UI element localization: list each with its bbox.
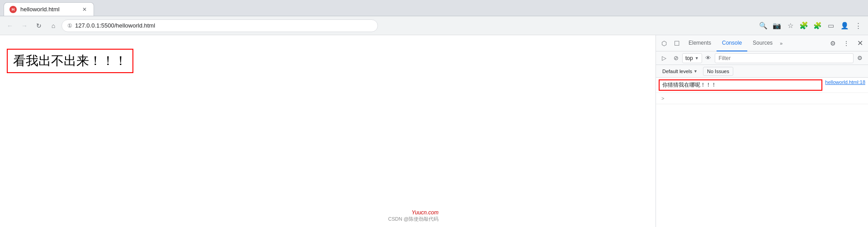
devtools-panel: ⬡ ☐ Elements Console Sources » ⚙ ⋮ ✕ xyxy=(656,35,868,227)
lock-icon: ① xyxy=(67,23,72,29)
browser-window: H helloworld.html ✕ ← → ↻ ⌂ ① 127.0.0.1:… xyxy=(0,0,868,227)
devtools-tab-settings: ⚙ ⋮ ✕ xyxy=(826,37,866,50)
tab-title: helloworld.html xyxy=(20,6,60,13)
forward-icon: → xyxy=(21,22,28,29)
console-settings-icon[interactable]: ⚙ xyxy=(854,53,865,64)
home-button[interactable]: ⌂ xyxy=(47,19,60,32)
toolbar-right: 🔍 📷 ☆ 🧩 🧩 ▭ 👤 ⋮ xyxy=(757,19,864,32)
search-button[interactable]: 🔍 xyxy=(757,19,769,32)
devtools-close-button[interactable]: ✕ xyxy=(854,37,866,50)
reload-button[interactable]: ↻ xyxy=(33,19,45,32)
default-levels-label: Default levels xyxy=(662,69,692,74)
profile-button[interactable]: 👤 xyxy=(838,19,851,32)
console-message-text: 你猜猜我在哪呢！！！ xyxy=(659,79,822,91)
eye-icon[interactable]: 👁 xyxy=(703,53,714,64)
extensions-button[interactable]: 🧩 xyxy=(811,19,824,32)
console-caret-row: > xyxy=(656,93,868,104)
devtools-settings-icon[interactable]: ⚙ xyxy=(826,37,839,50)
reload-icon: ↻ xyxy=(36,22,42,29)
screenshot-button[interactable]: 📷 xyxy=(770,19,783,32)
active-tab[interactable]: H helloworld.html ✕ xyxy=(4,2,94,16)
devtools-inspect-icon[interactable]: ⬡ xyxy=(658,37,670,50)
devtools-play-icon[interactable]: ▷ xyxy=(659,53,670,64)
top-context-selector[interactable]: top ▼ xyxy=(682,53,702,63)
address-text: 127.0.0.1:5500/helloworld.html xyxy=(75,22,372,29)
devtools-levels-bar: Default levels ▼ No Issues xyxy=(656,65,868,78)
home-icon: ⌂ xyxy=(52,22,55,29)
puzzle-icon: 🧩 xyxy=(799,21,808,30)
console-output: 你猜猜我在哪呢！！！ helloworld.html:18 > xyxy=(656,78,868,227)
devtools-more-icon[interactable]: ⋮ xyxy=(840,37,853,50)
back-button[interactable]: ← xyxy=(4,19,16,32)
default-levels-button[interactable]: Default levels ▼ xyxy=(659,67,701,76)
tab-sources[interactable]: Sources xyxy=(747,35,778,51)
menu-button[interactable]: ⋮ xyxy=(852,19,864,32)
devtools-toolbar: ▷ ⊘ top ▼ 👁 ⚙ xyxy=(656,51,868,65)
tab-console[interactable]: Console xyxy=(717,35,747,51)
back-icon: ← xyxy=(7,22,13,29)
extension-icon[interactable]: 🧩 xyxy=(797,19,810,32)
tab-elements[interactable]: Elements xyxy=(683,35,717,51)
console-row: 你猜猜我在哪呢！！！ helloworld.html:18 xyxy=(656,78,868,93)
page-main-text: 看我出不出来！！！ xyxy=(7,49,133,73)
dropdown-arrow: ▼ xyxy=(695,56,699,60)
content-area: 看我出不出来！！！ Yuucn.com CSDN @陈使劲敲代码 ⬡ ☐ Ele… xyxy=(0,35,868,227)
levels-dropdown-arrow: ▼ xyxy=(693,69,698,74)
devtools-tabs: ⬡ ☐ Elements Console Sources » ⚙ ⋮ ✕ xyxy=(656,35,868,51)
watermark-attribution: CSDN @陈使劲敲代码 xyxy=(388,216,439,222)
tab-bar: H helloworld.html ✕ xyxy=(0,0,868,16)
console-source-link[interactable]: helloworld.html:18 xyxy=(825,79,865,85)
address-bar[interactable]: ① 127.0.0.1:5500/helloworld.html xyxy=(61,19,378,32)
console-filter-input[interactable] xyxy=(715,53,854,63)
forward-button[interactable]: → xyxy=(18,19,31,32)
browser-toolbar: ← → ↻ ⌂ ① 127.0.0.1:5500/helloworld.html… xyxy=(0,16,868,35)
no-issues-label: No Issues xyxy=(707,69,729,74)
devtools-device-icon[interactable]: ☐ xyxy=(670,37,683,50)
cast-button[interactable]: ▭ xyxy=(825,19,837,32)
top-label: top xyxy=(685,55,693,61)
tab-favicon: H xyxy=(9,6,17,13)
devtools-stop-icon[interactable]: ⊘ xyxy=(670,53,681,64)
page-area: 看我出不出来！！！ Yuucn.com CSDN @陈使劲敲代码 xyxy=(0,35,656,227)
bookmark-button[interactable]: ☆ xyxy=(784,19,797,32)
no-issues-button[interactable]: No Issues xyxy=(703,67,733,76)
console-caret: > xyxy=(659,95,667,102)
tab-close-button[interactable]: ✕ xyxy=(81,6,88,13)
devtools-more-tabs[interactable]: » xyxy=(778,41,784,46)
watermark-brand: Yuucn.com xyxy=(388,209,439,216)
